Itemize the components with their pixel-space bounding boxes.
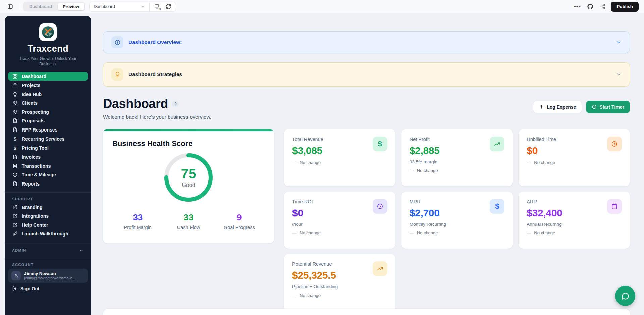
- dashboard-overview-banner[interactable]: Dashboard Overview:: [103, 31, 630, 53]
- sidebar-item-time-mileage[interactable]: Time & Mileage: [8, 171, 88, 179]
- business-health-score-card: Business Health Score 75 Good 33 Profit …: [103, 129, 274, 243]
- page-select[interactable]: Dashboard: [90, 2, 149, 11]
- sidebar: TRAXCEND Traxcend Track Your Growth. Unl…: [5, 16, 91, 315]
- dollar-icon: $: [490, 199, 504, 214]
- health-card-title: Business Health Score: [112, 139, 265, 148]
- page-title: Dashboard ?: [103, 97, 211, 111]
- grid-icon: [12, 74, 18, 79]
- sidebar-item-help-center[interactable]: Help Center: [8, 221, 88, 229]
- sidebar-item-rfp-responses[interactable]: RFP Responses: [8, 125, 88, 134]
- banner-label: Dashboard Overview:: [128, 39, 182, 45]
- sidebar-item-recurring-services[interactable]: $Recurring Services: [8, 135, 88, 143]
- sidebar-toggle-icon[interactable]: [5, 2, 15, 11]
- file-icon: [12, 118, 18, 123]
- dashboard-strategies-banner[interactable]: Dashboard Strategies: [103, 62, 630, 87]
- divider: [5, 192, 91, 193]
- divider: [5, 258, 91, 258]
- main-nav: DashboardProjectsIdea HubClientsProspect…: [5, 72, 91, 188]
- chat-button[interactable]: [615, 286, 635, 306]
- health-score-label: Good: [182, 182, 195, 188]
- info-icon: [111, 36, 123, 48]
- sign-out-button[interactable]: Sign Out: [12, 286, 39, 291]
- more-options-icon[interactable]: •••: [573, 2, 582, 11]
- users-icon: [12, 109, 18, 115]
- sidebar-item-integrations[interactable]: Integrations: [8, 212, 88, 220]
- no-change-dash-icon: —: [410, 230, 414, 235]
- brand: TRAXCEND Traxcend Track Your Growth. Unl…: [5, 16, 91, 67]
- external-icon: [12, 213, 18, 219]
- chevron-down-icon: [79, 248, 84, 253]
- metric-card-arr: ARR $32,400 Annual Recurring —No change: [519, 192, 630, 249]
- sidebar-item-prospecting[interactable]: Prospecting: [8, 108, 88, 116]
- external-icon: [12, 205, 18, 210]
- trending-icon: [490, 137, 504, 151]
- chevron-down-icon: [141, 4, 145, 9]
- page-subtitle: Welcome back! Here's your business overv…: [103, 114, 211, 120]
- sidebar-item-reports[interactable]: Reports: [8, 179, 88, 188]
- chevron-down-icon: [615, 39, 622, 45]
- health-sub-stats: 33 Profit Margin 33 Cash Flow 9 Goal Pro…: [112, 212, 265, 230]
- sidebar-item-idea-hub[interactable]: Idea Hub: [8, 90, 88, 98]
- sidebar-item-invoices[interactable]: Invoices: [8, 153, 88, 161]
- health-stat-profit-margin: 33 Profit Margin: [112, 212, 163, 230]
- start-timer-button[interactable]: Start Timer: [586, 101, 630, 113]
- receipt-icon: [12, 163, 18, 169]
- view-tab-preview[interactable]: Preview: [58, 3, 84, 10]
- support-heading: SUPPORT: [5, 197, 91, 201]
- briefcase-icon: [12, 83, 18, 88]
- main-content: Dashboard Overview: Dashboard Strategies…: [91, 13, 644, 315]
- dollar-icon: $: [12, 145, 18, 151]
- github-icon[interactable]: [585, 2, 595, 11]
- logout-icon: [12, 286, 17, 291]
- clock-icon: [607, 137, 622, 151]
- no-change-dash-icon: —: [527, 160, 531, 165]
- metric-card-potential-revenue: Potential Revenue $25,325.5 Pipeline + O…: [284, 254, 395, 311]
- help-icon[interactable]: ?: [172, 101, 179, 107]
- health-score-value: 75: [181, 167, 196, 180]
- metric-card-net-profit: Net Profit $2,885 93.5% margin —No chang…: [401, 129, 513, 186]
- publish-button[interactable]: Publish: [611, 2, 639, 12]
- sidebar-item-proposals[interactable]: Proposals: [8, 117, 88, 125]
- health-stat-goal-progress: 9 Goal Progress: [214, 212, 265, 230]
- rocket-icon: [12, 231, 18, 237]
- view-tab-dashboard[interactable]: Dashboard: [24, 3, 57, 10]
- brand-tagline: Track Your Growth. Unlock Your Business.: [18, 56, 78, 67]
- metric-card-time-roi: Time ROI $0 /hour —No change: [284, 192, 395, 249]
- sidebar-item-launch-walkthrough[interactable]: Launch Walkthrough: [8, 230, 88, 238]
- metric-card-unbilled-time: Unbilled Time $0 —No change: [519, 129, 630, 186]
- device-preview-icon[interactable]: 0: [152, 2, 162, 11]
- no-change-dash-icon: —: [527, 230, 531, 235]
- traxcend-logo-icon: TRAXCEND: [39, 23, 57, 41]
- brand-name: Traxcend: [5, 44, 91, 54]
- sidebar-item-transactions[interactable]: Transactions: [8, 162, 88, 170]
- page-select-group: Dashboard 0: [89, 2, 176, 12]
- metrics-grid: Total Revenue $3,085 —No change $ Net Pr…: [284, 129, 630, 311]
- share-icon[interactable]: [598, 2, 607, 11]
- health-stat-cash-flow: 33 Cash Flow: [163, 212, 214, 230]
- topbar: DashboardPreview Dashboard 0 ••• Publish: [0, 0, 644, 13]
- sidebar-item-dashboard[interactable]: Dashboard: [8, 72, 88, 81]
- bottom-panel-edge: [103, 309, 630, 315]
- banner-label: Dashboard Strategies: [128, 71, 182, 77]
- chat-bubble-icon: [621, 292, 630, 300]
- bulb-icon: [12, 92, 18, 97]
- external-icon: [12, 222, 18, 228]
- refresh-icon[interactable]: [164, 2, 173, 11]
- no-change-dash-icon: —: [292, 293, 297, 298]
- account-heading: ACCOUNT: [5, 263, 91, 267]
- account-card[interactable]: Jimmy Newson jimmy@movingforwardsmallbus…: [8, 269, 88, 283]
- users-icon: [12, 100, 18, 106]
- log-expense-button[interactable]: Log Expense: [533, 101, 582, 113]
- sidebar-item-clients[interactable]: Clients: [8, 99, 88, 107]
- no-change-dash-icon: —: [292, 230, 297, 235]
- no-change-dash-icon: —: [292, 160, 297, 165]
- no-change-dash-icon: —: [410, 168, 414, 173]
- sidebar-item-pricing-tool[interactable]: $Pricing Tool: [8, 144, 88, 152]
- divider: [19, 4, 19, 9]
- admin-section-toggle[interactable]: ADMIN: [5, 247, 91, 254]
- file-icon: [12, 181, 18, 187]
- sidebar-item-branding[interactable]: Branding: [8, 203, 88, 211]
- divider: [5, 243, 91, 243]
- trending-icon: [373, 261, 387, 276]
- sidebar-item-projects[interactable]: Projects: [8, 81, 88, 90]
